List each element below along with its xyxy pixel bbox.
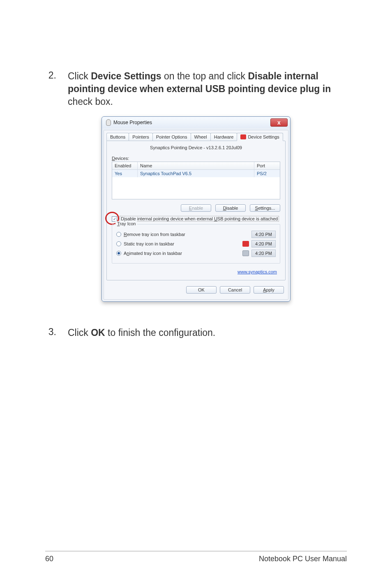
dialog-title: Mouse Properties [113, 120, 152, 125]
radio-remove[interactable]: Remove tray icon from taskbar 4:20 PM [116, 231, 276, 238]
radio-animated[interactable]: Animated tray icon in taskbar 4:20 PM [116, 250, 276, 257]
cancel-button[interactable]: Cancel [220, 286, 250, 294]
animated-tray-icon [242, 250, 249, 256]
devices-label: Devices: [112, 156, 280, 161]
step-3-number: 3. [45, 326, 68, 339]
disable-button[interactable]: Disable [215, 204, 246, 212]
tabs: Buttons Pointers Pointer Options Wheel H… [104, 130, 288, 141]
time-1: 4:20 PM [251, 231, 276, 238]
col-name: Name [138, 162, 254, 169]
tray-icon-fieldset: Tray Icon Remove tray icon from taskbar … [112, 224, 280, 264]
enable-button: Enable [181, 204, 211, 212]
apply-button[interactable]: Apply [254, 286, 284, 294]
tab-buttons[interactable]: Buttons [106, 133, 129, 141]
radio-animated-input[interactable] [116, 251, 121, 256]
devices-table: Enabled Name Port Yes Synaptics TouchPad… [112, 162, 280, 199]
titlebar: Mouse Properties x [102, 117, 290, 128]
time-3: 4:20 PM [251, 250, 276, 257]
step-2: 2. Click Device Settings on the top and … [45, 70, 347, 108]
synaptics-icon [240, 134, 246, 139]
disable-internal-label: Disable internal pointing device when ex… [120, 216, 279, 222]
col-enabled: Enabled [112, 162, 138, 169]
tab-panel: Synaptics Pointing Device - v13.2.6.1 20… [106, 141, 286, 280]
ok-button[interactable]: OK [186, 286, 217, 294]
settings-button[interactable]: Settings... [250, 204, 280, 212]
step-2-number: 2. [45, 70, 68, 108]
tab-pointers[interactable]: Pointers [129, 133, 152, 141]
col-port: Port [254, 162, 280, 169]
static-tray-icon [242, 241, 249, 247]
step-3: 3. Click OK to finish the configuration. [45, 326, 347, 339]
synaptics-link[interactable]: www.synaptics.com [238, 269, 277, 274]
page-footer: 60 Notebook PC User Manual [45, 551, 347, 563]
tray-legend: Tray Icon [115, 221, 137, 226]
close-button[interactable]: x [270, 118, 288, 127]
radio-static[interactable]: Static tray icon in taskbar 4:20 PM [116, 240, 276, 248]
mouse-properties-dialog: Mouse Properties x Buttons Pointers Poin… [101, 116, 291, 302]
tab-hardware[interactable]: Hardware [210, 133, 238, 141]
radio-remove-input[interactable] [116, 232, 121, 237]
tab-pointer-options[interactable]: Pointer Options [152, 133, 191, 141]
row-port: PS/2 [254, 170, 280, 177]
disable-internal-checkbox-row[interactable]: ✓ Disable internal pointing device when … [112, 216, 280, 222]
device-row[interactable]: Yes Synaptics TouchPad V6.5 PS/2 [112, 170, 280, 177]
page-number: 60 [45, 555, 53, 563]
radio-static-input[interactable] [116, 241, 121, 246]
tab-device-settings[interactable]: Device Settings [237, 133, 283, 141]
step-2-text: Click Device Settings on the top and cli… [68, 70, 347, 108]
step-3-text: Click OK to finish the configuration. [68, 326, 347, 339]
version-text: Synaptics Pointing Device - v13.2.6.1 20… [112, 145, 280, 150]
footer-text: Notebook PC User Manual [259, 555, 347, 563]
time-2: 4:20 PM [251, 240, 276, 248]
mouse-icon [106, 119, 111, 126]
row-enabled: Yes [112, 170, 138, 177]
tab-wheel[interactable]: Wheel [191, 133, 211, 141]
row-name: Synaptics TouchPad V6.5 [138, 170, 254, 177]
